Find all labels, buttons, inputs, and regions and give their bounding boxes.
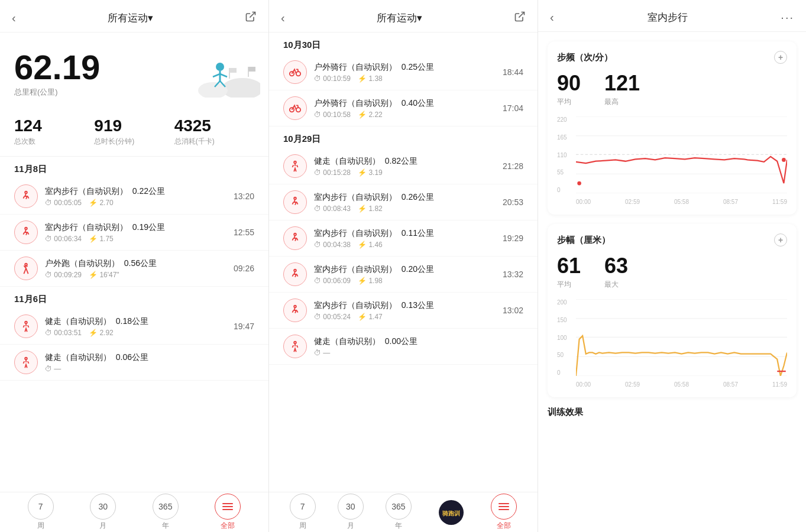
- svg-point-16: [25, 322, 27, 324]
- svg-text:骑跑训: 骑跑训: [442, 510, 460, 517]
- right-menu-icon[interactable]: ···: [781, 11, 794, 24]
- svg-line-0: [250, 12, 255, 18]
- total-distance: 62.19: [14, 50, 100, 85]
- right-panel: ‹ 室内步行 ··· 步频（次/分） + 90 平均 121 最高: [538, 0, 806, 532]
- nav-month[interactable]: 30 月: [338, 494, 364, 531]
- svg-point-37: [782, 158, 786, 162]
- activity-item[interactable]: 健走（自动识别） 0.00公里 ⏱ —: [269, 329, 538, 365]
- activity-info: 室内步行（自动识别） 0.13公里 ⏱ 00:05:24⚡ 1.47: [314, 300, 496, 321]
- total-distance-label: 总里程(公里): [14, 87, 100, 98]
- svg-point-27: [294, 306, 296, 308]
- watermark: 骑跑训: [433, 499, 469, 525]
- cadence-chart: 0 55 110 165 220: [557, 116, 787, 205]
- activity-item[interactable]: 健走（自动识别） 0.18公里 ⏱ 00:03:51⚡ 2.92 19:47: [0, 309, 268, 345]
- left-header: ‹ 所有运动▾: [0, 0, 268, 33]
- activity-item[interactable]: 室内步行（自动识别） 0.22公里 ⏱ 00:05:05⚡ 2.70 13:20: [0, 179, 268, 215]
- middle-export-icon[interactable]: [514, 11, 526, 25]
- indoor-walk-icon: [14, 220, 38, 244]
- svg-point-14: [25, 228, 27, 230]
- activity-info: 室内步行（自动识别） 0.26公里 ⏱ 00:08:43⚡ 1.82: [314, 192, 496, 213]
- stride-card: 步幅（厘米） + 61 平均 63 最大 0 50 100 15: [548, 224, 797, 397]
- activity-item[interactable]: 室内步行（自动识别） 0.20公里 ⏱ 00:06:09⚡ 1.98 13:32: [269, 257, 538, 293]
- left-summary: 62.19 总里程(公里): [0, 33, 268, 107]
- stat-total-duration: 919 总时长(分钟): [94, 116, 174, 147]
- nav-all[interactable]: 全部: [215, 494, 241, 531]
- activity-item[interactable]: 户外骑行（自动识别） 0.40公里 ⏱ 00:10:58⚡ 2.22 17:04: [269, 90, 538, 126]
- activity-item[interactable]: 室内步行（自动识别） 0.11公里 ⏱ 00:04:38⚡ 1.46 19:29: [269, 220, 538, 257]
- activity-info: 户外骑行（自动识别） 0.25公里 ⏱ 00:10:59⚡ 1.38: [314, 62, 496, 83]
- right-scroll[interactable]: 步频（次/分） + 90 平均 121 最高 0 55 110: [538, 32, 806, 532]
- nav-week[interactable]: 7 周: [28, 494, 54, 531]
- left-bottom-nav: 7 周 30 月 365 年 全部: [0, 492, 268, 532]
- stride-chart: 0 50 100 150 200: [557, 299, 787, 388]
- right-back-icon[interactable]: ‹: [550, 11, 554, 24]
- middle-bottom-nav: 7 周 30 月 365 年 骑跑训 全部: [269, 492, 538, 532]
- indoor-walk-icon: [283, 226, 307, 250]
- nav-month[interactable]: 30 月: [90, 494, 116, 531]
- activity-info: 户外跑（自动识别） 0.56公里 ⏱ 00:09:29⚡ 16'47": [45, 258, 226, 279]
- stat-total-count: 124 总次数: [14, 116, 94, 147]
- svg-point-22: [296, 108, 300, 112]
- date-oct30: 10月30日: [269, 33, 538, 54]
- walk-icon: [14, 314, 38, 338]
- svg-point-28: [294, 342, 296, 344]
- activity-info: 室内步行（自动识别） 0.11公里 ⏱ 00:04:38⚡ 1.46: [314, 228, 496, 249]
- svg-point-13: [25, 192, 27, 194]
- activity-info: 健走（自动识别） 0.06公里 ⏱ —: [45, 352, 247, 373]
- left-header-title: 所有运动▾: [108, 11, 153, 25]
- left-back-icon[interactable]: ‹: [12, 11, 16, 25]
- indoor-walk-icon: [14, 184, 38, 208]
- nav-year[interactable]: 365 年: [153, 494, 179, 531]
- activity-item[interactable]: 户外骑行（自动识别） 0.25公里 ⏱ 00:10:59⚡ 1.38 18:44: [269, 54, 538, 90]
- activity-item[interactable]: 健走（自动识别） 0.82公里 ⏱ 00:15:28⚡ 3.19 21:28: [269, 148, 538, 184]
- svg-line-10: [220, 74, 227, 77]
- walk-icon: [14, 351, 38, 374]
- svg-line-18: [519, 12, 524, 18]
- nav-week[interactable]: 7 周: [290, 494, 316, 531]
- svg-rect-4: [229, 68, 237, 73]
- middle-back-icon[interactable]: ‹: [281, 11, 285, 25]
- svg-point-15: [25, 264, 27, 266]
- cadence-avg: 90 平均: [557, 71, 581, 107]
- activity-item[interactable]: 室内步行（自动识别） 0.26公里 ⏱ 00:08:43⚡ 1.82 20:53: [269, 184, 538, 220]
- svg-line-9: [213, 74, 220, 77]
- walk-icon: [283, 154, 307, 178]
- date-oct29: 10月29日: [269, 126, 538, 148]
- svg-point-25: [294, 233, 296, 236]
- activity-info: 室内步行（自动识别） 0.20公里 ⏱ 00:06:09⚡ 1.98: [314, 264, 496, 285]
- right-header: ‹ 室内步行 ···: [538, 0, 806, 32]
- activity-info: 健走（自动识别） 0.82公里 ⏱ 00:15:28⚡ 3.19: [314, 156, 496, 177]
- left-activities-list[interactable]: 11月8日 室内步行（自动识别） 0.22公里 ⏱ 00:05:05⚡ 2.70…: [0, 157, 268, 492]
- svg-point-1: [222, 78, 260, 98]
- svg-point-17: [25, 358, 27, 360]
- indoor-walk-icon: [283, 262, 307, 286]
- activity-info: 健走（自动识别） 0.18公里 ⏱ 00:03:51⚡ 2.92: [45, 316, 226, 337]
- cadence-add-icon[interactable]: +: [774, 51, 787, 64]
- indoor-walk-icon: [283, 299, 307, 322]
- hero-figure: [183, 44, 254, 98]
- middle-activities-list[interactable]: 10月30日 户外骑行（自动识别） 0.25公里 ⏱ 00:10:59⚡ 1.3…: [269, 33, 538, 492]
- activity-info: 户外骑行（自动识别） 0.40公里 ⏱ 00:10:58⚡ 2.22: [314, 98, 496, 119]
- activity-info: 室内步行（自动识别） 0.22公里 ⏱ 00:05:05⚡ 2.70: [45, 186, 226, 207]
- svg-rect-6: [248, 67, 255, 72]
- svg-point-36: [577, 181, 581, 186]
- nav-all[interactable]: 全部: [491, 494, 517, 531]
- nav-year[interactable]: 365 年: [386, 494, 412, 531]
- date-nov6: 11月6日: [0, 287, 268, 309]
- middle-header: ‹ 所有运动▾: [269, 0, 538, 33]
- svg-point-7: [216, 63, 224, 71]
- activity-item[interactable]: 户外跑（自动识别） 0.56公里 ⏱ 00:09:29⚡ 16'47" 09:2…: [0, 251, 268, 287]
- activity-info: 室内步行（自动识别） 0.19公里 ⏱ 00:06:34⚡ 1.75: [45, 222, 226, 243]
- stride-add-icon[interactable]: +: [774, 233, 787, 246]
- svg-point-26: [294, 270, 296, 272]
- activity-item[interactable]: 健走（自动识别） 0.06公里 ⏱ —: [0, 345, 268, 381]
- left-export-icon[interactable]: [245, 11, 257, 25]
- cycling-icon: [283, 96, 307, 120]
- activity-info: 健走（自动识别） 0.00公里 ⏱ —: [314, 336, 516, 357]
- activity-item[interactable]: 室内步行（自动识别） 0.13公里 ⏱ 00:05:24⚡ 1.47 13:02: [269, 293, 538, 329]
- indoor-walk-icon: [283, 190, 307, 214]
- outdoor-run-icon: [14, 257, 38, 280]
- activity-item[interactable]: 室内步行（自动识别） 0.19公里 ⏱ 00:06:34⚡ 1.75 12:55: [0, 215, 268, 251]
- stride-avg: 61 平均: [557, 254, 581, 290]
- cadence-card: 步频（次/分） + 90 平均 121 最高 0 55 110: [548, 41, 797, 215]
